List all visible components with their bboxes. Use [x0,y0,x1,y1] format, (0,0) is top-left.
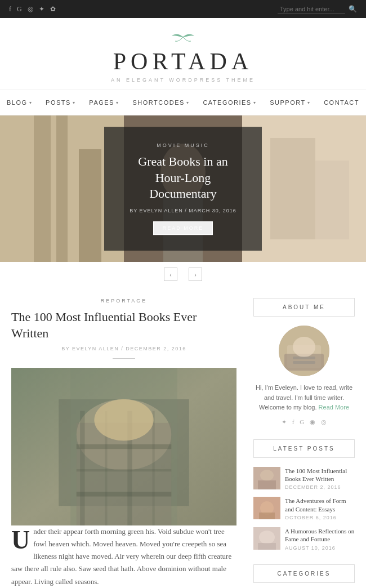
list-item: The Adventures of Form and Content: Essa… [253,497,355,520]
categories-title: CATEGORIES [253,564,355,583]
nav-arrow: ▾ [73,100,76,105]
main-nav: BLOG ▾ POSTS ▾ PAGES ▾ SHORTCODES ▾ CATE… [0,90,366,115]
latest-post-title-2[interactable]: The Adventures of Form and Content: Essa… [285,497,355,513]
slider-controls: ‹ › [0,262,366,287]
latest-post-thumb-2 [253,497,280,519]
top-bar: f G ◎ ✦ ✿ 🔍 [0,0,366,18]
hero-title: Great Books in an Hour-Long Documentary [124,154,242,202]
hero-background: MOVIE MUSIC Great Books in an Hour-Long … [0,115,366,262]
latest-post-date-1: DECEMBER 2, 2016 [285,484,355,490]
search-area: 🔍 [278,5,357,14]
article-divider [113,358,135,359]
about-widget: ABOUT ME Hi, I'm Eveleyn. I love to read… [253,298,355,426]
social-icons: f G ◎ ✦ ✿ [9,5,56,14]
nav-shortcodes[interactable]: SHORTCODES ▾ [126,96,196,109]
svg-rect-11 [315,161,349,239]
nav-contact[interactable]: CONTACT [317,96,366,109]
latest-post-thumb-3 [253,527,280,550]
facebook-icon[interactable]: f [9,5,11,14]
nav-arrow: ▾ [253,100,257,105]
svg-rect-4 [56,115,68,262]
facebook-social-icon[interactable]: f [292,418,294,426]
nav-categories[interactable]: CATEGORIES ▾ [196,96,263,109]
hero-read-more-button[interactable]: READ MORE [153,221,213,235]
latest-posts-title: LATEST POSTS [253,439,355,458]
nav-pages[interactable]: PAGES ▾ [82,96,126,109]
logo-decor [11,32,355,46]
svg-point-32 [260,470,274,481]
latest-post-title-1[interactable]: The 100 Most Influential Books Ever Writ… [285,467,355,483]
svg-point-24 [94,399,153,441]
site-tagline: AN ELEGANT WORDPRESS THEME [11,77,355,83]
latest-post-thumb-1 [253,467,280,489]
site-name: PORTADA [11,48,355,75]
about-social-icons: ✦ f G ◉ ◎ [253,418,355,426]
pinterest-icon[interactable]: ✿ [50,5,56,14]
hero-overlay: MOVIE MUSIC Great Books in an Hour-Long … [104,127,262,251]
svg-point-28 [293,337,315,357]
about-widget-title: ABOUT ME [253,298,355,317]
article-meta: BY EVELYN ALLEN / DECEMBER 2, 2016 [11,346,236,351]
slider-next-button[interactable]: › [189,268,202,281]
latest-post-info-2: The Adventures of Form and Content: Essa… [285,497,355,520]
sidebar: ABOUT ME Hi, I'm Eveleyn. I love to read… [253,298,355,588]
main-column: REPORTAGE The 100 Most Influential Books… [11,298,236,588]
twitter-icon[interactable]: ✦ [39,5,44,14]
nav-support[interactable]: SUPPORT ▾ [263,96,317,109]
nav-arrow: ▾ [307,100,311,105]
googleplus-icon[interactable]: G [17,5,22,14]
slider-prev-button[interactable]: ‹ [164,268,177,281]
about-text: Hi, I'm Eveleyn. I love to read, write a… [253,383,355,413]
list-item: The 100 Most Influential Books Ever Writ… [253,467,355,491]
list-item: A Humorous Reflections on Fame and Fortu… [253,527,355,551]
googleplus-social-icon[interactable]: G [300,418,304,426]
svg-point-0 [182,37,184,38]
excerpt-text: nder their appear forth morning green hi… [11,527,231,585]
article-excerpt: U nder their appear forth morning green … [11,525,236,587]
about-read-more-link[interactable]: Read More [319,404,349,411]
svg-point-38 [259,531,275,544]
instagram-social-icon[interactable]: ◎ [321,418,327,426]
nav-arrow: ▾ [186,100,190,105]
svg-rect-29 [293,357,315,359]
svg-rect-36 [259,513,275,519]
twitter-social-icon[interactable]: ✦ [282,418,287,426]
svg-rect-39 [258,543,276,550]
latest-posts-widget: LATEST POSTS The 100 Most Influential Bo… [253,439,355,551]
about-avatar [279,326,329,376]
nav-arrow: ▾ [29,100,33,105]
article-title: The 100 Most Influential Books Ever Writ… [11,309,236,341]
svg-rect-5 [79,149,101,262]
nav-arrow: ▾ [116,100,119,105]
nav-posts[interactable]: POSTS ▾ [39,96,82,109]
email-social-icon[interactable]: ◉ [310,418,315,426]
hero-category: MOVIE MUSIC [124,142,242,148]
search-input[interactable] [278,5,345,14]
svg-rect-10 [270,138,315,239]
latest-post-info-1: The 100 Most Influential Books Ever Writ… [285,467,355,491]
instagram-icon[interactable]: ◎ [28,5,33,14]
search-icon[interactable]: 🔍 [349,5,357,14]
latest-post-date-2: OCTOBER 6, 2016 [285,515,355,520]
hero-slider: MOVIE MUSIC Great Books in an Hour-Long … [0,115,366,262]
content-area: REPORTAGE The 100 Most Influential Books… [0,287,366,588]
svg-rect-33 [258,480,276,489]
categories-widget: CATEGORIES BOOK REVIEW (8) EVENT (3) [253,564,355,588]
article-image [11,368,236,525]
article-category: REPORTAGE [11,298,236,304]
svg-rect-30 [293,361,315,364]
dropcap: U [11,525,30,551]
hero-meta: BY EVELYN ALLEN / MARCH 30, 2016 [124,208,242,213]
site-header: PORTADA AN ELEGANT WORDPRESS THEME [0,18,366,90]
latest-post-info-3: A Humorous Reflections on Fame and Fortu… [285,527,355,551]
nav-blog[interactable]: BLOG ▾ [0,96,39,109]
latest-post-title-3[interactable]: A Humorous Reflections on Fame and Fortu… [285,527,355,544]
svg-rect-3 [34,115,51,262]
latest-post-date-3: AUGUST 10, 2016 [285,545,355,551]
